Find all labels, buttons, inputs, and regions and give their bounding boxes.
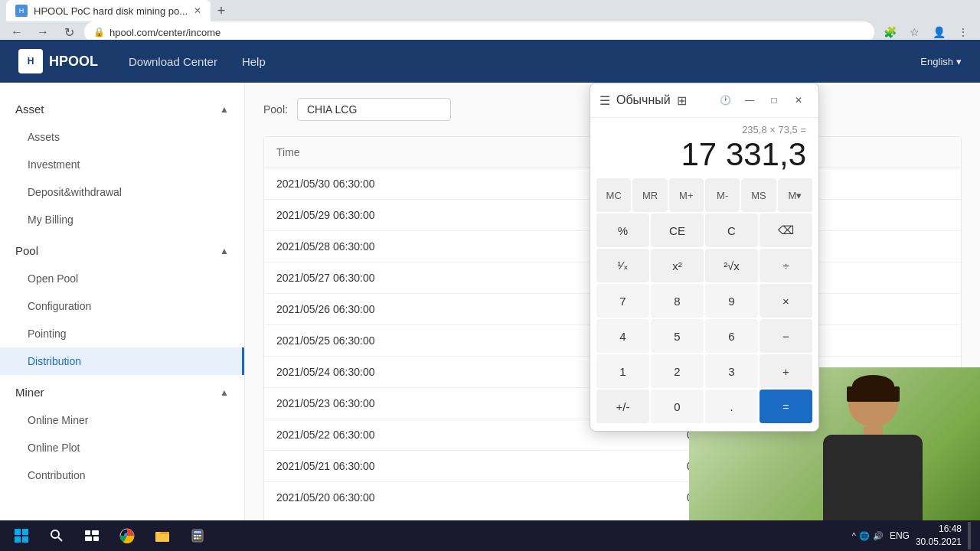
svg-rect-20 bbox=[199, 538, 201, 540]
taskbar-icons bbox=[40, 522, 852, 549]
calc-row-5: 1 2 3 + bbox=[596, 354, 812, 388]
taskbar-show-desktop-button[interactable] bbox=[968, 522, 971, 549]
new-tab-button[interactable]: + bbox=[211, 0, 232, 21]
sidebar-item-distribution[interactable]: Distribution bbox=[0, 347, 244, 375]
pool-chevron-icon: ▲ bbox=[220, 246, 229, 256]
taskbar-chrome-button[interactable] bbox=[110, 522, 144, 549]
taskbar-explorer-button[interactable] bbox=[145, 522, 179, 549]
calc-9-button[interactable]: 9 bbox=[705, 284, 758, 318]
calc-maximize-button[interactable]: □ bbox=[763, 90, 785, 111]
calc-decimal-button[interactable]: . bbox=[705, 390, 758, 423]
calc-6-button[interactable]: 6 bbox=[705, 319, 758, 353]
calc-history-icon[interactable]: 🕐 bbox=[714, 90, 736, 111]
start-button[interactable] bbox=[3, 522, 40, 549]
taskbar-date-display: 30.05.2021 bbox=[916, 536, 962, 549]
language-label: English bbox=[920, 56, 953, 67]
asset-section-label: Asset bbox=[15, 103, 44, 116]
logo: H HPOOL bbox=[18, 49, 98, 73]
calc-1-button[interactable]: 1 bbox=[596, 354, 649, 388]
sidebar-item-pointing[interactable]: Pointing bbox=[0, 320, 244, 347]
calc-mr-button[interactable]: MR bbox=[632, 178, 667, 212]
sidebar-item-contribution[interactable]: Contribution bbox=[0, 461, 244, 489]
sidebar-item-investment[interactable]: Investment bbox=[0, 151, 244, 178]
tab-close-button[interactable]: ✕ bbox=[194, 5, 201, 16]
calculator-icon bbox=[191, 529, 204, 543]
nav-help[interactable]: Help bbox=[242, 55, 266, 68]
sidebar-section-miner-header[interactable]: Miner ▲ bbox=[0, 378, 244, 406]
calc-7-button[interactable]: 7 bbox=[596, 284, 649, 318]
calc-ce-button[interactable]: CE bbox=[651, 214, 704, 247]
calc-inverse-button[interactable]: ¹⁄ₓ bbox=[596, 249, 649, 282]
app-body: Asset ▲ Assets Investment Deposit&withdr… bbox=[0, 83, 980, 551]
calc-display: 235,8 × 73,5 = 17 331,3 bbox=[590, 118, 818, 175]
chevron-down-icon: ▾ bbox=[956, 56, 962, 67]
calc-c-button[interactable]: C bbox=[705, 214, 758, 247]
calc-close-button[interactable]: ✕ bbox=[788, 90, 809, 111]
pool-label: Pool: bbox=[263, 103, 288, 116]
file-explorer-icon bbox=[155, 528, 170, 543]
systray-up-arrow-icon[interactable]: ^ bbox=[852, 531, 856, 540]
calc-divide-button[interactable]: ÷ bbox=[760, 249, 812, 282]
sidebar-section-asset-header[interactable]: Asset ▲ bbox=[0, 95, 244, 123]
svg-rect-9 bbox=[93, 536, 99, 541]
calc-expression: 235,8 × 73,5 = bbox=[603, 124, 806, 135]
taskbar-right: ^ 🌐 🔊 ENG 16:48 30.05.2021 bbox=[852, 522, 977, 549]
calc-8-button[interactable]: 8 bbox=[651, 284, 704, 318]
sidebar-item-online-miner[interactable]: Online Miner bbox=[0, 406, 244, 434]
url-text: hpool.com/center/income bbox=[109, 27, 220, 38]
taskbar-lang: ENG bbox=[890, 530, 910, 541]
calc-mc-button[interactable]: MC bbox=[596, 178, 631, 212]
browser-tab-active[interactable]: H HPOOL PoC hard disk mining po... ✕ bbox=[6, 0, 211, 21]
miner-chevron-icon: ▲ bbox=[220, 387, 229, 398]
logo-icon: H bbox=[18, 49, 43, 73]
calc-0-button[interactable]: 0 bbox=[651, 390, 704, 423]
sidebar-item-online-plot[interactable]: Online Plot bbox=[0, 434, 244, 461]
calc-minimize-button[interactable]: — bbox=[739, 90, 760, 111]
calc-mplus-button[interactable]: M+ bbox=[669, 178, 704, 212]
svg-rect-0 bbox=[15, 529, 21, 535]
taskbar-search-button[interactable] bbox=[40, 522, 74, 549]
calc-2-button[interactable]: 2 bbox=[651, 354, 704, 388]
search-icon bbox=[50, 529, 64, 543]
calc-backspace-button[interactable]: ⌫ bbox=[760, 214, 812, 247]
sidebar-item-billing[interactable]: My Billing bbox=[0, 206, 244, 233]
calc-equals-button[interactable]: = bbox=[760, 390, 812, 423]
calc-square-button[interactable]: x² bbox=[651, 249, 704, 282]
calc-menu-icon[interactable]: ☰ bbox=[599, 93, 610, 108]
svg-rect-19 bbox=[197, 538, 199, 540]
svg-line-5 bbox=[58, 537, 62, 541]
pool-input[interactable] bbox=[297, 98, 451, 121]
calc-4-button[interactable]: 4 bbox=[596, 319, 649, 353]
sidebar-section-pool-header[interactable]: Pool ▲ bbox=[0, 236, 244, 265]
calc-negate-button[interactable]: +/- bbox=[596, 390, 649, 423]
calc-mminus-button[interactable]: M- bbox=[705, 178, 740, 212]
calc-3-button[interactable]: 3 bbox=[705, 354, 758, 388]
taskbar-task-view-button[interactable] bbox=[75, 522, 109, 549]
sidebar-item-deposit-withdrawal[interactable]: Deposit&withdrawal bbox=[0, 178, 244, 206]
calc-ms-button[interactable]: MS bbox=[741, 178, 776, 212]
language-button[interactable]: English ▾ bbox=[920, 56, 962, 67]
windows-logo-icon bbox=[14, 528, 29, 543]
taskbar-clock[interactable]: 16:48 30.05.2021 bbox=[916, 523, 962, 549]
lock-icon: 🔒 bbox=[93, 27, 105, 37]
tab-favicon: H bbox=[15, 5, 28, 17]
calc-minus-button[interactable]: − bbox=[760, 319, 812, 353]
taskbar-calculator-button[interactable] bbox=[181, 522, 214, 549]
calc-percent-button[interactable]: % bbox=[596, 214, 649, 247]
sidebar-item-open-pool[interactable]: Open Pool bbox=[0, 265, 244, 292]
calc-multiply-button[interactable]: × bbox=[760, 284, 812, 318]
sidebar-item-configuration[interactable]: Configuration bbox=[0, 292, 244, 320]
pool-section-label: Pool bbox=[15, 244, 38, 257]
calc-titlebar-left: ☰ Обычный ⊞ bbox=[599, 93, 687, 108]
svg-rect-8 bbox=[85, 536, 92, 541]
calc-plus-button[interactable]: + bbox=[760, 354, 812, 388]
sidebar-item-assets[interactable]: Assets bbox=[0, 123, 244, 151]
nav-download[interactable]: Download Center bbox=[129, 55, 217, 68]
calc-mode-icon[interactable]: ⊞ bbox=[677, 93, 687, 108]
calc-sqrt-button[interactable]: ²√x bbox=[705, 249, 758, 282]
calc-mrecall-button[interactable]: M▾ bbox=[778, 178, 812, 212]
systray-network-icon: 🌐 bbox=[859, 531, 870, 541]
calc-5-button[interactable]: 5 bbox=[651, 319, 704, 353]
sidebar: Asset ▲ Assets Investment Deposit&withdr… bbox=[0, 83, 245, 551]
svg-rect-14 bbox=[194, 531, 201, 533]
